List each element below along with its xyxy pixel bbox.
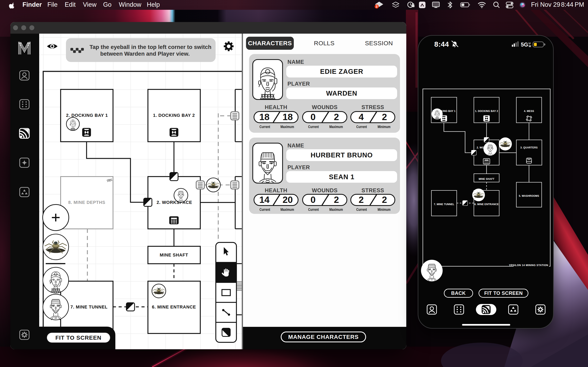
svg-text:2: 2	[376, 5, 378, 8]
svg-text:MINE SHAFT: MINE SHAFT	[479, 178, 494, 180]
svg-text:1. DOCKING BAY 2: 1. DOCKING BAY 2	[153, 113, 195, 118]
svg-text:7. MINE TUNNEL: 7. MINE TUNNEL	[70, 305, 108, 309]
svg-text:6. MINE ENTRANCE: 6. MINE ENTRANCE	[474, 203, 499, 206]
svg-text:4. MESS: 4. MESS	[524, 110, 534, 113]
svg-text:MINE SHAFT: MINE SHAFT	[160, 253, 188, 258]
svg-text:6. MINE ENTRANCE: 6. MINE ENTRANCE	[152, 305, 196, 309]
svg-text:2. DOCKING BAY 1: 2. DOCKING BAY 1	[66, 113, 108, 118]
svg-text:8. MINE DEPTHS: 8. MINE DEPTHS	[68, 200, 105, 205]
svg-text:between Warden and Player view: between Warden and Player view.	[100, 50, 190, 57]
svg-text:7. MINE TUNNEL: 7. MINE TUNNEL	[434, 203, 454, 206]
svg-text:1. DOCKING BAY 2: 1. DOCKING BAY 2	[475, 110, 498, 113]
svg-text:YPSILON 14 MINING STATION: YPSILON 14 MINING STATION	[509, 264, 548, 267]
svg-text:Tap the eyeball in the top lef: Tap the eyeball in the top left corner t…	[90, 44, 212, 50]
svg-text:5. WASHROOMS: 5. WASHROOMS	[519, 194, 539, 197]
svg-text:3. QUARTERS: 3. QUARTERS	[520, 146, 538, 149]
svg-text:2. WORKSPACE: 2. WORKSPACE	[156, 200, 192, 205]
svg-text:FIT TO SCREEN: FIT TO SCREEN	[55, 334, 102, 341]
